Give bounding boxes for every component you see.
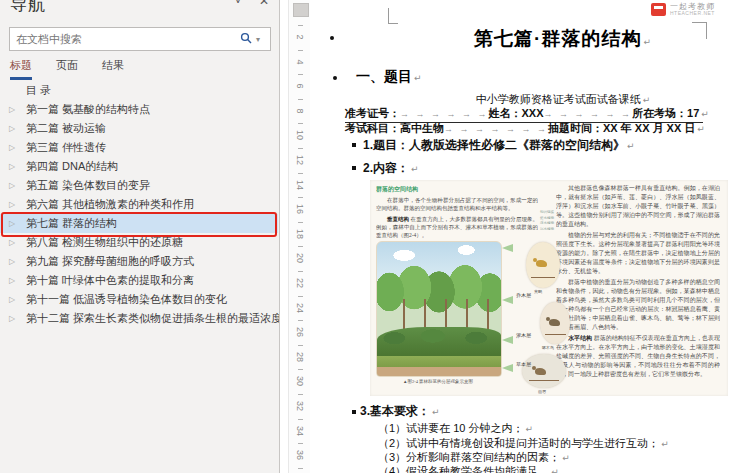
item-content-text: 2.内容：	[363, 161, 409, 175]
section-heading-timu[interactable]: 一、题目↵	[356, 68, 422, 86]
nav-item-label: 目 录	[26, 83, 51, 98]
nav-item-chapter4[interactable]: ▷第四篇 DNA的结构	[0, 157, 278, 176]
nav-item-chapter5[interactable]: ▷第五篇 染色体数目的变异	[0, 176, 278, 195]
paragraph-mark: ↵	[661, 439, 669, 449]
logo-site-text: HTEACHER.NET	[670, 11, 715, 16]
bold-lead-word: 水平结构	[568, 335, 592, 341]
hteacher-logo: 一起考教师 HTEACHER.NET	[651, 3, 715, 16]
bird-inset-thrush	[522, 354, 566, 388]
paragraph-mark: ↵	[643, 37, 652, 47]
soil-layer	[377, 367, 501, 376]
paragraph-mark: ↵	[701, 109, 709, 119]
search-icon[interactable]	[236, 30, 256, 48]
textbook-margin-notes: 知识链接 挺水植物 浮水植物 沉水植物	[540, 210, 554, 232]
nav-item-label: 第十二篇 探索生长素类似物促进插条生根的最适浓度	[26, 311, 280, 326]
requirement-line-2[interactable]: （2）试讲中有情境创设和提问并适时的与学生进行互动；↵	[378, 436, 669, 451]
nav-item-label: 第六篇 其他植物激素的种类和作用	[26, 197, 194, 212]
navigation-pane-title: 导航	[10, 0, 46, 16]
requirement-line-4[interactable]: （4）假设各种教学条件均能满足。↵	[378, 464, 559, 473]
bird-label-thrush: 画眉	[538, 389, 546, 394]
ruler-number: 18	[295, 223, 305, 245]
expand-arrow-icon[interactable]: ▷	[9, 143, 26, 152]
tab-pages[interactable]: 页面	[56, 58, 78, 83]
ruler-number: 16	[295, 198, 305, 220]
expand-arrow-icon[interactable]: ▷	[9, 314, 26, 323]
close-icon[interactable]: ✕	[259, 0, 269, 8]
item-requirements[interactable]: 3.基本要求：↵	[360, 403, 440, 420]
requirement-line-3[interactable]: （3）分析影响群落空间结构的因素；↵	[378, 450, 570, 465]
pane-options-icon[interactable]: ˅	[235, 0, 242, 8]
paragraph-mark: ↵	[551, 467, 559, 473]
vertical-ruler[interactable]: 24681012141618202224262830323436	[288, 0, 311, 473]
requirement-text: （3）分析影响群落空间结构的因素；	[378, 451, 560, 463]
nav-item-chapter11[interactable]: ▷第十一篇 低温诱导植物染色体数目的变化	[0, 290, 278, 309]
nav-item-label: 第八篇 检测生物组织中的还原糖	[26, 235, 183, 250]
requirement-text: （4）假设各种教学条件均能满足。	[378, 465, 549, 473]
layer-label-qiaomu: 乔木层	[516, 292, 531, 298]
search-dropdown-icon[interactable]: ▾	[256, 35, 270, 44]
textbook-paragraph: 在群落中，各个生物种群分别占据了不同的空间，形成一定的空间结构。群落的空间结构包…	[376, 196, 538, 213]
textbook-left-column: 群落的空间结构 在群落中，各个生物种群分别占据了不同的空间，形成一定的空间结构。…	[376, 185, 538, 393]
expand-arrow-icon[interactable]: ▷	[9, 105, 26, 114]
requirement-line-1[interactable]: （1）试讲要在 10 分钟之内；↵	[378, 421, 533, 436]
textbook-paragraph: 植物的分层与对光的利用有关；不同植物适于在不同的光照强度下生长。这种分层现象显著…	[556, 231, 720, 276]
nav-item-chapter7-selected[interactable]: ▷第七篇 群落的结构	[0, 214, 278, 233]
nav-item-chapter2[interactable]: ▷第二篇 被动运输	[0, 119, 278, 138]
expand-arrow-icon[interactable]: ▷	[9, 295, 26, 304]
outline-square-bullet	[352, 166, 356, 170]
bird-inset-oriole	[526, 242, 560, 288]
expand-arrow-icon[interactable]: ▷	[9, 219, 26, 228]
nav-item-label: 第一篇 氨基酸的结构特点	[26, 102, 150, 117]
ruler-number: 12	[295, 149, 305, 171]
tab-headings[interactable]: 标题	[10, 58, 32, 83]
nav-item-chapter12[interactable]: ▷第十二篇 探索生长素类似物促进插条生根的最适浓度	[0, 309, 278, 328]
paragraph-mark: ↵	[562, 453, 570, 463]
ruler-tick	[298, 468, 303, 469]
tab-results[interactable]: 结果	[102, 58, 124, 83]
nav-item-toc[interactable]: 目 录	[0, 81, 278, 100]
nav-item-label: 第九篇 探究酵母菌细胞的呼吸方式	[26, 254, 194, 269]
nav-item-chapter10[interactable]: ▷第十篇 叶绿体中色素的提取和分离	[0, 271, 278, 290]
expand-arrow-icon[interactable]: ▷	[9, 162, 26, 171]
nav-item-chapter3[interactable]: ▷第三篇 伴性遗传	[0, 138, 278, 157]
document-title-text: 第七篇·群落的结构	[474, 28, 641, 49]
layer-arrow-icon	[502, 244, 513, 252]
item-topic[interactable]: 1.题目：人教版选择性必修二《群落的空间结构》↵	[363, 137, 635, 154]
navigation-tabs: 标题 页面 结果	[10, 58, 148, 83]
textbook-paragraph: 垂直结构 在垂直方向上，大多数群落都具有明显的分层现象。例如，森林中自上而下分别…	[376, 215, 538, 240]
expand-arrow-icon[interactable]: ▷	[9, 257, 26, 266]
paragraph-mark: ↵	[432, 407, 440, 417]
expand-arrow-icon[interactable]: ▷	[9, 124, 26, 133]
ruler-margin-box	[293, 3, 309, 17]
expand-arrow-icon[interactable]: ▷	[9, 181, 26, 190]
textbook-green-heading: 群落的空间结构	[376, 185, 538, 194]
forest-illustration	[376, 241, 502, 377]
exam-info-line2[interactable]: 考试科目：高中生物 → → → → → → → 抽题时间：XX 年 XX 月 X…	[345, 121, 703, 136]
document-page[interactable]: 一起考教师 HTEACHER.NET 第七篇·群落的结构↵ 一、题目↵ 中小学教…	[310, 0, 737, 473]
field-ticket-number: 准考证号：	[345, 106, 400, 121]
nav-item-chapter1[interactable]: ▷第一篇 氨基酸的结构特点	[0, 100, 278, 119]
item-content[interactable]: 2.内容：↵	[363, 160, 419, 177]
nav-item-chapter6[interactable]: ▷第六篇 其他植物激素的种类和作用	[0, 195, 278, 214]
outline-bullet	[330, 36, 334, 40]
woodpecker-bird-icon	[549, 319, 560, 326]
expand-arrow-icon[interactable]: ▷	[9, 200, 26, 209]
item-requirements-text: 3.基本要求：	[360, 404, 430, 418]
ruler-number: 22	[295, 272, 305, 294]
document-title[interactable]: 第七篇·群落的结构↵	[410, 26, 716, 52]
field-name: 姓名：XXX	[489, 106, 544, 121]
textbook-scan-image[interactable]: 群落的空间结构 在群落中，各个生物种群分别占据了不同的空间，形成一定的空间结构。…	[370, 180, 728, 396]
requirement-text: （2）试讲中有情境创设和提问并适时的与学生进行互动；	[378, 437, 659, 449]
textbook-paragraph: 其他群落也像森林群落一样具有垂直结构。例如，在湖泊中，就有挺水层（如芦苇、莲、菱…	[556, 184, 720, 229]
expand-arrow-icon[interactable]: ▷	[9, 238, 26, 247]
document-search-box[interactable]: ▾	[9, 27, 271, 51]
nav-item-label: 第二篇 被动运输	[26, 121, 106, 136]
expand-arrow-icon[interactable]: ▷	[9, 276, 26, 285]
search-input[interactable]	[10, 33, 236, 45]
paper-title-line[interactable]: 中小学教师资格证考试面试备课纸↵	[410, 92, 716, 107]
item-topic-text: 1.题目：人教版选择性必修二《群落的空间结构》	[363, 138, 625, 152]
ruler-number: 6	[295, 75, 305, 97]
ruler-number: 20	[295, 247, 305, 269]
nav-item-chapter8[interactable]: ▷第八篇 检测生物组织中的还原糖	[0, 233, 278, 252]
nav-item-chapter9[interactable]: ▷第九篇 探究酵母菌细胞的呼吸方式	[0, 252, 278, 271]
